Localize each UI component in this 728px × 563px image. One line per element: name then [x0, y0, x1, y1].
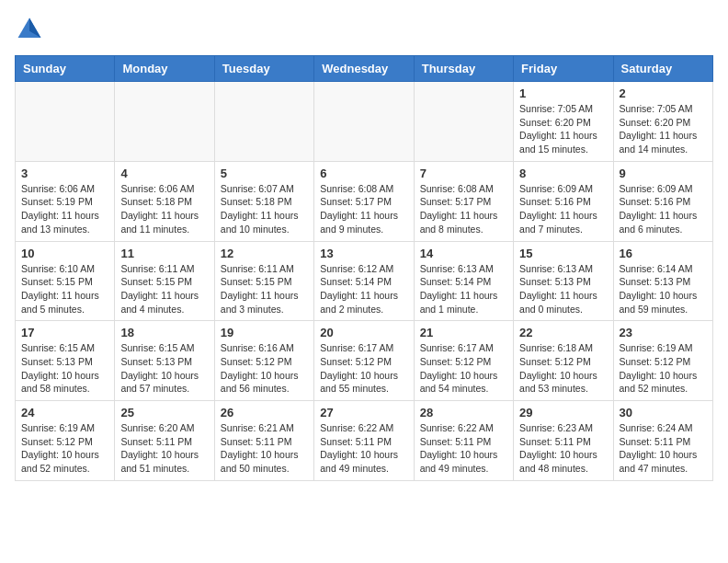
calendar-day: 14Sunrise: 6:13 AMSunset: 5:14 PMDayligh…	[414, 241, 513, 321]
day-info: Sunrise: 6:06 AMSunset: 5:18 PMDaylight:…	[120, 182, 208, 236]
calendar-day: 28Sunrise: 6:22 AMSunset: 5:11 PMDayligh…	[414, 401, 513, 481]
day-info: Sunrise: 6:19 AMSunset: 5:12 PMDaylight:…	[21, 421, 108, 476]
calendar-day: 13Sunrise: 6:12 AMSunset: 5:14 PMDayligh…	[314, 241, 414, 321]
day-info: Sunrise: 6:16 AMSunset: 5:12 PMDaylight:…	[221, 341, 308, 396]
day-info: Sunrise: 6:08 AMSunset: 5:17 PMDaylight:…	[320, 182, 407, 236]
day-info: Sunrise: 6:07 AMSunset: 5:18 PMDaylight:…	[221, 182, 308, 236]
day-number: 24	[21, 406, 108, 419]
calendar-week-row: 17Sunrise: 6:15 AMSunset: 5:13 PMDayligh…	[16, 321, 713, 401]
day-info: Sunrise: 6:12 AMSunset: 5:14 PMDaylight:…	[320, 262, 407, 316]
day-info: Sunrise: 6:10 AMSunset: 5:15 PMDaylight:…	[21, 262, 108, 316]
day-info: Sunrise: 6:06 AMSunset: 5:19 PMDaylight:…	[21, 182, 108, 236]
day-number: 25	[120, 406, 208, 419]
calendar-day: 21Sunrise: 6:17 AMSunset: 5:12 PMDayligh…	[414, 321, 513, 401]
day-number: 17	[21, 326, 108, 339]
weekday-header-row: SundayMondayTuesdayWednesdayThursdayFrid…	[16, 56, 713, 82]
calendar-day: 8Sunrise: 6:09 AMSunset: 5:16 PMDaylight…	[514, 161, 613, 241]
day-info: Sunrise: 6:23 AMSunset: 5:11 PMDaylight:…	[519, 421, 607, 476]
calendar-week-row: 24Sunrise: 6:19 AMSunset: 5:12 PMDayligh…	[16, 401, 713, 481]
day-info: Sunrise: 7:05 AMSunset: 6:20 PMDaylight:…	[519, 102, 607, 156]
day-info: Sunrise: 6:15 AMSunset: 5:13 PMDaylight:…	[120, 341, 208, 396]
day-info: Sunrise: 6:15 AMSunset: 5:13 PMDaylight:…	[21, 341, 108, 396]
day-number: 2	[620, 86, 707, 100]
day-info: Sunrise: 6:17 AMSunset: 5:12 PMDaylight:…	[420, 341, 507, 396]
calendar-day: 29Sunrise: 6:23 AMSunset: 5:11 PMDayligh…	[514, 401, 613, 481]
calendar-day	[414, 82, 513, 162]
day-number: 5	[221, 167, 308, 180]
day-info: Sunrise: 6:13 AMSunset: 5:14 PMDaylight:…	[420, 262, 507, 316]
day-number: 7	[420, 167, 507, 180]
weekday-header-sunday: Sunday	[16, 56, 115, 82]
day-info: Sunrise: 6:09 AMSunset: 5:16 PMDaylight:…	[620, 182, 707, 236]
calendar-day: 18Sunrise: 6:15 AMSunset: 5:13 PMDayligh…	[115, 321, 214, 401]
day-number: 12	[221, 247, 308, 260]
day-number: 9	[620, 167, 707, 180]
logo-icon	[15, 15, 44, 44]
day-info: Sunrise: 6:24 AMSunset: 5:11 PMDaylight:…	[620, 421, 707, 476]
calendar-day: 30Sunrise: 6:24 AMSunset: 5:11 PMDayligh…	[613, 401, 712, 481]
calendar-week-row: 3Sunrise: 6:06 AMSunset: 5:19 PMDaylight…	[16, 161, 713, 241]
weekday-header-tuesday: Tuesday	[214, 56, 313, 82]
day-info: Sunrise: 6:11 AMSunset: 5:15 PMDaylight:…	[120, 262, 208, 316]
day-number: 29	[519, 406, 607, 419]
day-info: Sunrise: 6:09 AMSunset: 5:16 PMDaylight:…	[519, 182, 607, 236]
day-number: 8	[519, 167, 607, 180]
calendar-day: 24Sunrise: 6:19 AMSunset: 5:12 PMDayligh…	[16, 401, 115, 481]
calendar-day	[115, 82, 214, 162]
day-number: 6	[320, 167, 407, 180]
day-number: 10	[21, 247, 108, 260]
day-info: Sunrise: 6:11 AMSunset: 5:15 PMDaylight:…	[221, 262, 308, 316]
day-info: Sunrise: 6:22 AMSunset: 5:11 PMDaylight:…	[420, 421, 507, 476]
calendar-table: SundayMondayTuesdayWednesdayThursdayFrid…	[15, 55, 713, 481]
calendar-day	[314, 82, 414, 162]
day-number: 14	[420, 247, 507, 260]
calendar-day	[214, 82, 313, 162]
calendar-day: 20Sunrise: 6:17 AMSunset: 5:12 PMDayligh…	[314, 321, 414, 401]
calendar-week-row: 1Sunrise: 7:05 AMSunset: 6:20 PMDaylight…	[16, 82, 713, 162]
calendar-day: 22Sunrise: 6:18 AMSunset: 5:12 PMDayligh…	[514, 321, 613, 401]
day-info: Sunrise: 6:21 AMSunset: 5:11 PMDaylight:…	[221, 421, 308, 476]
day-info: Sunrise: 6:13 AMSunset: 5:13 PMDaylight:…	[519, 262, 607, 316]
day-info: Sunrise: 6:08 AMSunset: 5:17 PMDaylight:…	[420, 182, 507, 236]
calendar-day: 15Sunrise: 6:13 AMSunset: 5:13 PMDayligh…	[514, 241, 613, 321]
day-number: 15	[519, 247, 607, 260]
day-number: 16	[620, 247, 707, 260]
calendar-day: 17Sunrise: 6:15 AMSunset: 5:13 PMDayligh…	[16, 321, 115, 401]
weekday-header-monday: Monday	[115, 56, 214, 82]
calendar-day: 1Sunrise: 7:05 AMSunset: 6:20 PMDaylight…	[514, 82, 613, 162]
day-info: Sunrise: 6:14 AMSunset: 5:13 PMDaylight:…	[620, 262, 707, 316]
calendar-day: 9Sunrise: 6:09 AMSunset: 5:16 PMDaylight…	[613, 161, 712, 241]
day-number: 23	[620, 326, 707, 339]
day-number: 19	[221, 326, 308, 339]
calendar-day: 7Sunrise: 6:08 AMSunset: 5:17 PMDaylight…	[414, 161, 513, 241]
calendar-day: 10Sunrise: 6:10 AMSunset: 5:15 PMDayligh…	[16, 241, 115, 321]
day-number: 21	[420, 326, 507, 339]
day-info: Sunrise: 7:05 AMSunset: 6:20 PMDaylight:…	[620, 102, 707, 156]
weekday-header-wednesday: Wednesday	[314, 56, 414, 82]
calendar-day: 16Sunrise: 6:14 AMSunset: 5:13 PMDayligh…	[613, 241, 712, 321]
day-number: 18	[120, 326, 208, 339]
weekday-header-thursday: Thursday	[414, 56, 513, 82]
day-number: 22	[519, 326, 607, 339]
day-info: Sunrise: 6:20 AMSunset: 5:11 PMDaylight:…	[120, 421, 208, 476]
calendar-day: 11Sunrise: 6:11 AMSunset: 5:15 PMDayligh…	[115, 241, 214, 321]
day-number: 27	[320, 406, 407, 419]
day-info: Sunrise: 6:17 AMSunset: 5:12 PMDaylight:…	[320, 341, 407, 396]
day-number: 13	[320, 247, 407, 260]
day-number: 20	[320, 326, 407, 339]
day-number: 26	[221, 406, 308, 419]
calendar-week-row: 10Sunrise: 6:10 AMSunset: 5:15 PMDayligh…	[16, 241, 713, 321]
page-header	[15, 15, 713, 44]
calendar-day: 12Sunrise: 6:11 AMSunset: 5:15 PMDayligh…	[214, 241, 313, 321]
day-number: 11	[120, 247, 208, 260]
calendar-day: 6Sunrise: 6:08 AMSunset: 5:17 PMDaylight…	[314, 161, 414, 241]
calendar-day: 27Sunrise: 6:22 AMSunset: 5:11 PMDayligh…	[314, 401, 414, 481]
calendar-day: 2Sunrise: 7:05 AMSunset: 6:20 PMDaylight…	[613, 82, 712, 162]
day-number: 1	[519, 86, 607, 100]
calendar-day: 4Sunrise: 6:06 AMSunset: 5:18 PMDaylight…	[115, 161, 214, 241]
day-info: Sunrise: 6:18 AMSunset: 5:12 PMDaylight:…	[519, 341, 607, 396]
calendar-day	[16, 82, 115, 162]
day-info: Sunrise: 6:22 AMSunset: 5:11 PMDaylight:…	[320, 421, 407, 476]
day-number: 4	[120, 167, 208, 180]
calendar-day: 25Sunrise: 6:20 AMSunset: 5:11 PMDayligh…	[115, 401, 214, 481]
